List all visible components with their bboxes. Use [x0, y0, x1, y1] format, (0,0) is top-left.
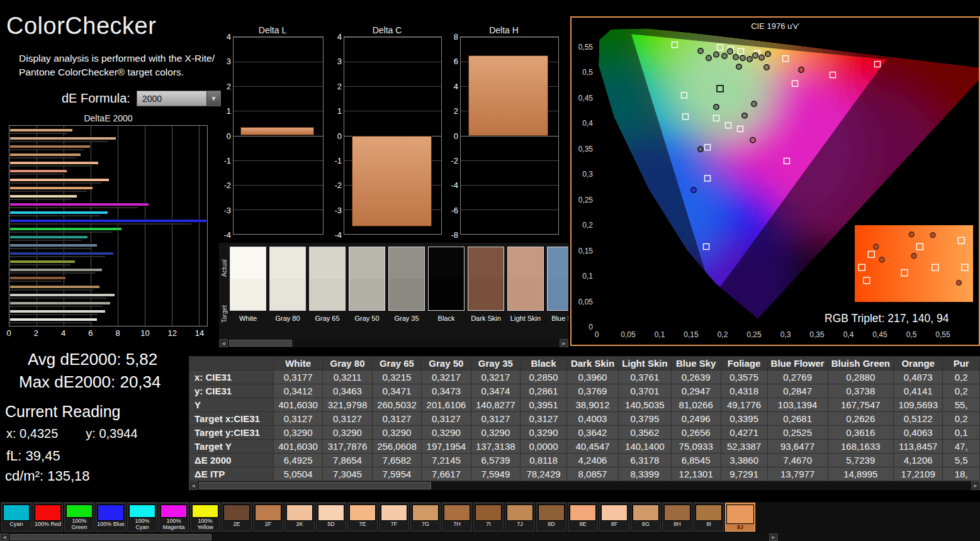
table-cell: 55,: [943, 398, 980, 412]
table-row-label: ΔE 2000: [189, 454, 274, 467]
patch-button-100-cyan[interactable]: 100% Cyan: [127, 503, 157, 532]
patch-button-label: 100% Magenta: [159, 518, 188, 531]
deltae-x-tick: 2: [34, 328, 38, 338]
patch-button-8e[interactable]: 8E: [568, 503, 598, 532]
table-cell: 40,4547: [567, 440, 619, 454]
table-cell: 113,8457: [893, 440, 942, 454]
table-cell: 81,0266: [671, 398, 721, 412]
y-tick-label: 2: [454, 106, 458, 116]
patch-button-label: 8J: [737, 525, 743, 531]
deltae-x-tick: 8: [116, 328, 120, 338]
patch-button-100-red[interactable]: 100% Red: [33, 503, 63, 532]
patch-label: Light Skin: [507, 315, 544, 322]
toolbar-scroll-track[interactable]: [9, 533, 769, 541]
measurement-marker: [747, 57, 752, 62]
patch-button-8d[interactable]: 8D: [536, 503, 566, 532]
deltae-bars: [9, 126, 207, 326]
patch-button-cyan[interactable]: Cyan: [1, 503, 31, 532]
patch-button-2f[interactable]: 2F: [253, 503, 283, 532]
y-tick-label: 2: [337, 81, 342, 91]
deltae-bar-row: [9, 194, 207, 200]
actual-color: [548, 247, 568, 279]
patch-button-7e[interactable]: 7E: [347, 503, 378, 532]
patch-button-7j[interactable]: 7J: [505, 503, 535, 532]
scroll-right-icon[interactable]: ►: [769, 533, 778, 541]
chevron-down-icon[interactable]: ▼: [206, 91, 220, 106]
gridline: [461, 37, 558, 38]
table-scroll-track[interactable]: [198, 481, 971, 490]
table-cell: 13,7977: [767, 467, 828, 481]
measurement-marker: [698, 147, 703, 152]
patch-button-label: 100% Cyan: [128, 518, 157, 531]
patch-swatch-box: [349, 247, 385, 311]
table-cell: 5,0504: [273, 467, 322, 481]
deltae-bar-row: [9, 169, 207, 175]
deltae-bar-row: [9, 243, 207, 249]
deltae-chart-title: DeltaE 2000: [9, 113, 208, 123]
table-row-label: Target y:CIE31: [189, 426, 274, 440]
measurement-marker: [722, 53, 727, 59]
patch-button-2k[interactable]: 2K: [284, 503, 315, 532]
patch-button-2e[interactable]: 2E: [222, 503, 252, 532]
cie-x-tick: 0,2: [718, 330, 728, 339]
deltae-bar-row: [9, 252, 207, 257]
patch-button-8h[interactable]: 8H: [662, 503, 692, 532]
table-cell: 0,3127: [372, 412, 421, 426]
table-cell: 0,2850: [521, 371, 567, 384]
strip-scroll-track[interactable]: [228, 339, 560, 347]
table-cell: 38,9012: [567, 398, 619, 412]
scroll-left-icon[interactable]: ◄: [189, 481, 198, 490]
deltae-bar-row: [9, 260, 207, 265]
scroll-right-icon[interactable]: ►: [560, 339, 568, 347]
table-cell: 7,8654: [323, 454, 372, 467]
deltae-x-tick: 0: [6, 328, 11, 338]
scroll-left-icon[interactable]: ◄: [0, 533, 9, 541]
patch-button-100-yellow[interactable]: 100% Yellow: [190, 503, 220, 532]
table-cell: 0,4141: [893, 384, 942, 398]
gridline: [234, 160, 323, 161]
table-row: Target y:CIE310,32900,32900,32900,32900,…: [189, 426, 980, 440]
delta-bar: [240, 127, 313, 136]
strip-scrollbar[interactable]: ◄ ►: [219, 339, 568, 347]
patch-color: [192, 505, 218, 518]
patch-button-100-blue[interactable]: 100% Blue: [96, 503, 126, 532]
patch-button-100-magenta[interactable]: 100% Magenta: [159, 503, 189, 532]
table-scroll-thumb[interactable]: [199, 482, 431, 489]
gridline: [344, 86, 441, 87]
y-tick-label: -4: [334, 230, 342, 240]
actual-color: [230, 247, 266, 279]
strip-scroll-thumb[interactable]: [229, 340, 292, 347]
results-table: WhiteGray 80Gray 65Gray 50Gray 35BlackDa…: [189, 356, 980, 481]
toolbar-scroll-thumb[interactable]: [10, 534, 211, 540]
toolbar-scrollbar[interactable]: ◄ ►: [0, 533, 778, 541]
patch-button-label: 8E: [579, 521, 586, 528]
scroll-left-icon[interactable]: ◄: [219, 339, 228, 347]
patch-button-7g[interactable]: 7G: [410, 503, 441, 532]
patch-button-8f[interactable]: 8F: [599, 503, 629, 532]
table-cell: 52,3387: [721, 440, 767, 454]
cie-y-tick: 0,4: [582, 119, 593, 128]
patch-button-label: 2E: [233, 521, 240, 528]
gridline: [344, 62, 441, 62]
de-formula-dropdown[interactable]: 2000 ▼: [137, 91, 221, 106]
patch-button-7f[interactable]: 7F: [379, 503, 409, 532]
results-table-section: WhiteGray 80Gray 65Gray 50Gray 35BlackDa…: [189, 356, 980, 490]
patch-button-label: 8H: [673, 521, 681, 528]
y-tick-label: 0: [454, 131, 458, 140]
patch-button-5d[interactable]: 5D: [316, 503, 346, 532]
patch-button-8i[interactable]: 8I: [694, 503, 724, 532]
patch-button-7i[interactable]: 7I: [473, 503, 504, 532]
patch-color: [318, 505, 344, 521]
cie-x-tick: 0: [595, 330, 599, 339]
patch-button-8g[interactable]: 8G: [631, 503, 661, 532]
y-tick-label: 4: [337, 32, 342, 42]
patch-color: [696, 505, 722, 521]
table-row: ΔE 20006,49257,86547,65827,21456,57390,8…: [189, 454, 980, 467]
patch-button-7h[interactable]: 7H: [442, 503, 472, 532]
patch-button-8j[interactable]: 8J: [725, 503, 755, 532]
scroll-right-icon[interactable]: ►: [971, 481, 980, 490]
table-cell: 0,3290: [471, 426, 520, 440]
patch-button-100-green[interactable]: 100% Green: [64, 503, 94, 532]
table-scrollbar[interactable]: ◄ ►: [189, 481, 980, 490]
deltae-bar-row: [9, 268, 207, 274]
